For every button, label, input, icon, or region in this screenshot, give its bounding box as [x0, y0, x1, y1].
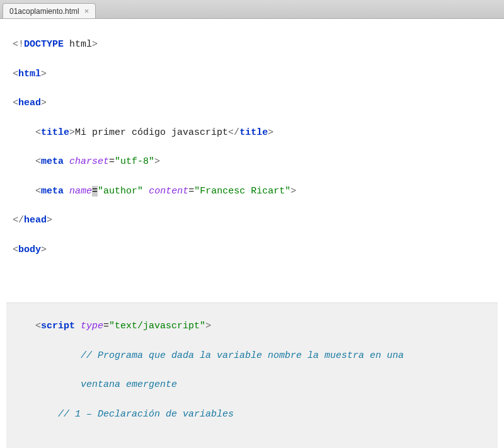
code-line: [13, 272, 491, 286]
code-line: <meta charset="utf-8">: [13, 154, 491, 169]
code-line: <head>: [13, 96, 491, 110]
code-line: </head>: [13, 213, 491, 227]
close-icon[interactable]: ×: [84, 6, 89, 16]
code-line: <!DOCTYPE html>: [13, 37, 491, 52]
file-tab[interactable]: 01acoplamiento.html ×: [3, 3, 96, 18]
code-line: // Programa que dada la variable nombre …: [13, 348, 491, 363]
tab-bar: 01acoplamiento.html ×: [0, 0, 504, 19]
code-line-active: <meta name="author" content="Francesc Ri…: [13, 184, 491, 198]
code-line: <title>Mi primer código javascript</titl…: [13, 125, 491, 140]
code-line: [13, 436, 491, 448]
code-line: <script type="text/javascript">: [13, 319, 491, 333]
tab-label: 01acoplamiento.html: [9, 7, 79, 16]
code-line: // 1 – Declaración de variables: [13, 407, 491, 422]
code-line: ventana emergente: [13, 377, 491, 392]
code-line: <body>: [13, 243, 491, 257]
script-block: <script type="text/javascript"> // Progr…: [6, 302, 498, 448]
code-editor[interactable]: <!DOCTYPE html> <html> <head> <title>Mi …: [0, 19, 504, 448]
code-line: <html>: [13, 67, 491, 81]
